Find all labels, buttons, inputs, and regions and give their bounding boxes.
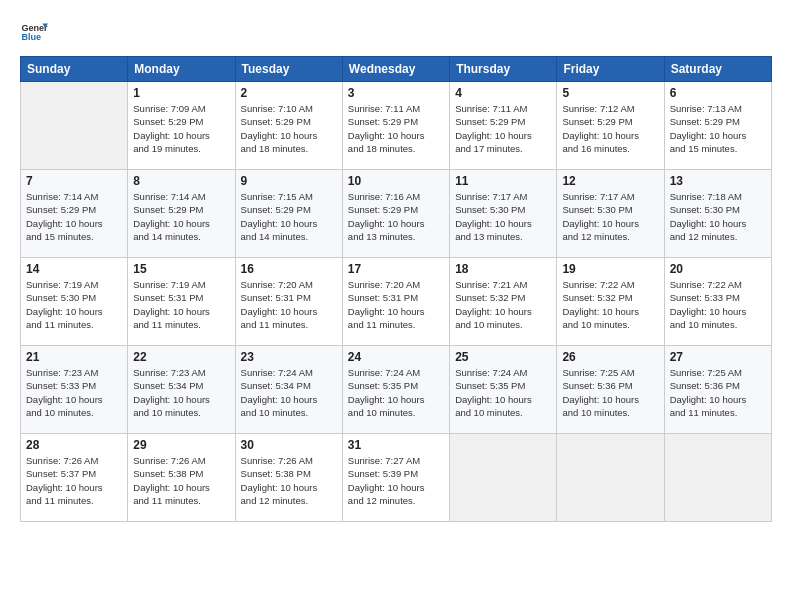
sunrise-text: Sunrise: 7:17 AM [562, 190, 658, 203]
day-info: Sunrise: 7:24 AMSunset: 5:35 PMDaylight:… [455, 366, 551, 419]
day-number: 1 [133, 86, 229, 100]
calendar-cell: 19Sunrise: 7:22 AMSunset: 5:32 PMDayligh… [557, 258, 664, 346]
calendar-cell: 7Sunrise: 7:14 AMSunset: 5:29 PMDaylight… [21, 170, 128, 258]
day-info: Sunrise: 7:25 AMSunset: 5:36 PMDaylight:… [670, 366, 766, 419]
day-info: Sunrise: 7:21 AMSunset: 5:32 PMDaylight:… [455, 278, 551, 331]
daylight-text-cont: and 18 minutes. [241, 142, 337, 155]
calendar-cell: 10Sunrise: 7:16 AMSunset: 5:29 PMDayligh… [342, 170, 449, 258]
daylight-text-cont: and 10 minutes. [670, 318, 766, 331]
daylight-text-cont: and 16 minutes. [562, 142, 658, 155]
sunrise-text: Sunrise: 7:14 AM [26, 190, 122, 203]
sunset-text: Sunset: 5:29 PM [562, 115, 658, 128]
sunrise-text: Sunrise: 7:24 AM [348, 366, 444, 379]
calendar-table: SundayMondayTuesdayWednesdayThursdayFrid… [20, 56, 772, 522]
daylight-text-cont: and 12 minutes. [562, 230, 658, 243]
day-number: 14 [26, 262, 122, 276]
sunset-text: Sunset: 5:35 PM [455, 379, 551, 392]
day-info: Sunrise: 7:11 AMSunset: 5:29 PMDaylight:… [348, 102, 444, 155]
day-number: 11 [455, 174, 551, 188]
weekday-header: Monday [128, 57, 235, 82]
sunset-text: Sunset: 5:29 PM [133, 115, 229, 128]
day-number: 13 [670, 174, 766, 188]
sunrise-text: Sunrise: 7:19 AM [26, 278, 122, 291]
day-info: Sunrise: 7:13 AMSunset: 5:29 PMDaylight:… [670, 102, 766, 155]
calendar-cell: 9Sunrise: 7:15 AMSunset: 5:29 PMDaylight… [235, 170, 342, 258]
daylight-text-cont: and 10 minutes. [562, 406, 658, 419]
sunrise-text: Sunrise: 7:26 AM [241, 454, 337, 467]
calendar-cell: 23Sunrise: 7:24 AMSunset: 5:34 PMDayligh… [235, 346, 342, 434]
daylight-text-cont: and 11 minutes. [241, 318, 337, 331]
daylight-text-cont: and 11 minutes. [348, 318, 444, 331]
calendar-cell: 31Sunrise: 7:27 AMSunset: 5:39 PMDayligh… [342, 434, 449, 522]
logo: General Blue [20, 18, 52, 46]
sunrise-text: Sunrise: 7:19 AM [133, 278, 229, 291]
daylight-text: Daylight: 10 hours [670, 217, 766, 230]
daylight-text: Daylight: 10 hours [455, 393, 551, 406]
daylight-text-cont: and 10 minutes. [455, 406, 551, 419]
daylight-text: Daylight: 10 hours [133, 305, 229, 318]
weekday-header: Tuesday [235, 57, 342, 82]
sunset-text: Sunset: 5:30 PM [562, 203, 658, 216]
daylight-text: Daylight: 10 hours [241, 129, 337, 142]
daylight-text: Daylight: 10 hours [26, 481, 122, 494]
day-info: Sunrise: 7:22 AMSunset: 5:33 PMDaylight:… [670, 278, 766, 331]
sunrise-text: Sunrise: 7:26 AM [133, 454, 229, 467]
daylight-text: Daylight: 10 hours [133, 217, 229, 230]
calendar-cell: 25Sunrise: 7:24 AMSunset: 5:35 PMDayligh… [450, 346, 557, 434]
daylight-text: Daylight: 10 hours [348, 393, 444, 406]
sunset-text: Sunset: 5:29 PM [670, 115, 766, 128]
daylight-text: Daylight: 10 hours [133, 129, 229, 142]
daylight-text: Daylight: 10 hours [562, 305, 658, 318]
sunset-text: Sunset: 5:36 PM [562, 379, 658, 392]
sunrise-text: Sunrise: 7:20 AM [241, 278, 337, 291]
calendar-cell: 21Sunrise: 7:23 AMSunset: 5:33 PMDayligh… [21, 346, 128, 434]
day-info: Sunrise: 7:14 AMSunset: 5:29 PMDaylight:… [26, 190, 122, 243]
daylight-text: Daylight: 10 hours [241, 481, 337, 494]
daylight-text-cont: and 10 minutes. [241, 406, 337, 419]
calendar-cell: 3Sunrise: 7:11 AMSunset: 5:29 PMDaylight… [342, 82, 449, 170]
daylight-text: Daylight: 10 hours [348, 481, 444, 494]
day-number: 9 [241, 174, 337, 188]
day-info: Sunrise: 7:20 AMSunset: 5:31 PMDaylight:… [348, 278, 444, 331]
day-number: 6 [670, 86, 766, 100]
day-number: 4 [455, 86, 551, 100]
sunrise-text: Sunrise: 7:16 AM [348, 190, 444, 203]
day-number: 5 [562, 86, 658, 100]
daylight-text-cont: and 12 minutes. [348, 494, 444, 507]
daylight-text-cont: and 10 minutes. [455, 318, 551, 331]
sunset-text: Sunset: 5:38 PM [133, 467, 229, 480]
daylight-text-cont: and 15 minutes. [26, 230, 122, 243]
day-info: Sunrise: 7:17 AMSunset: 5:30 PMDaylight:… [562, 190, 658, 243]
day-number: 21 [26, 350, 122, 364]
calendar-cell: 14Sunrise: 7:19 AMSunset: 5:30 PMDayligh… [21, 258, 128, 346]
day-info: Sunrise: 7:23 AMSunset: 5:33 PMDaylight:… [26, 366, 122, 419]
daylight-text: Daylight: 10 hours [455, 129, 551, 142]
sunset-text: Sunset: 5:29 PM [348, 203, 444, 216]
daylight-text: Daylight: 10 hours [562, 217, 658, 230]
day-info: Sunrise: 7:24 AMSunset: 5:34 PMDaylight:… [241, 366, 337, 419]
sunrise-text: Sunrise: 7:23 AM [133, 366, 229, 379]
daylight-text-cont: and 12 minutes. [670, 230, 766, 243]
day-info: Sunrise: 7:17 AMSunset: 5:30 PMDaylight:… [455, 190, 551, 243]
daylight-text: Daylight: 10 hours [348, 129, 444, 142]
daylight-text-cont: and 11 minutes. [133, 318, 229, 331]
calendar-cell: 15Sunrise: 7:19 AMSunset: 5:31 PMDayligh… [128, 258, 235, 346]
sunset-text: Sunset: 5:29 PM [348, 115, 444, 128]
day-number: 29 [133, 438, 229, 452]
calendar-cell: 6Sunrise: 7:13 AMSunset: 5:29 PMDaylight… [664, 82, 771, 170]
calendar-cell: 5Sunrise: 7:12 AMSunset: 5:29 PMDaylight… [557, 82, 664, 170]
day-number: 2 [241, 86, 337, 100]
sunset-text: Sunset: 5:38 PM [241, 467, 337, 480]
calendar-cell: 4Sunrise: 7:11 AMSunset: 5:29 PMDaylight… [450, 82, 557, 170]
sunset-text: Sunset: 5:39 PM [348, 467, 444, 480]
daylight-text: Daylight: 10 hours [26, 217, 122, 230]
day-number: 8 [133, 174, 229, 188]
calendar-cell: 18Sunrise: 7:21 AMSunset: 5:32 PMDayligh… [450, 258, 557, 346]
daylight-text-cont: and 11 minutes. [26, 318, 122, 331]
sunrise-text: Sunrise: 7:27 AM [348, 454, 444, 467]
sunrise-text: Sunrise: 7:20 AM [348, 278, 444, 291]
day-info: Sunrise: 7:20 AMSunset: 5:31 PMDaylight:… [241, 278, 337, 331]
day-number: 10 [348, 174, 444, 188]
calendar-cell: 30Sunrise: 7:26 AMSunset: 5:38 PMDayligh… [235, 434, 342, 522]
sunset-text: Sunset: 5:37 PM [26, 467, 122, 480]
